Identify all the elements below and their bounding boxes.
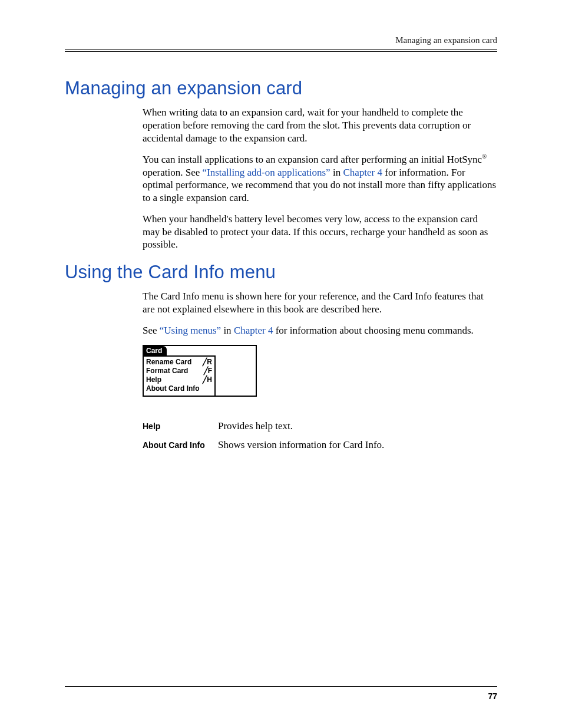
def-desc: Shows version information for Card Info.	[218, 439, 384, 451]
header-rule	[65, 49, 497, 52]
menu-panel: Rename Card ╱R Format Card ╱F Help ╱H Ab…	[144, 355, 216, 396]
menu-item-about: About Card Info	[146, 384, 212, 393]
heading-managing: Managing an expansion card	[65, 78, 497, 99]
page: Managing an expansion card Managing an e…	[0, 0, 562, 728]
card-info-menu-screenshot: Card Rename Card ╱R Format Card ╱F Help …	[143, 345, 257, 397]
menu-item-label: Help	[146, 375, 161, 384]
para-5: See “Using menus” in Chapter 4 for infor…	[143, 324, 497, 337]
menu-tab-row: Card	[144, 346, 256, 355]
registered-mark: ®	[482, 153, 487, 160]
menu-item-shortcut: ╱R	[203, 358, 212, 367]
xref-link[interactable]: Chapter 4	[234, 325, 273, 336]
para-3: When your handheld's battery level becom…	[143, 213, 497, 251]
menu-item-shortcut: ╱H	[203, 375, 212, 384]
def-term: About Card Info	[143, 439, 218, 451]
def-desc: Provides help text.	[218, 420, 384, 432]
menu-tab-card: Card	[144, 346, 167, 355]
section-2-body: The Card Info menu is shown here for you…	[143, 290, 497, 458]
running-header: Managing an expansion card	[65, 35, 497, 45]
def-term: Help	[143, 420, 218, 432]
xref-link[interactable]: Chapter 4	[343, 167, 382, 178]
menu-item-help: Help ╱H	[146, 375, 212, 384]
menu-item-label: Format Card	[146, 367, 188, 375]
para-1: When writing data to an expansion card, …	[143, 106, 497, 144]
para-4: The Card Info menu is shown here for you…	[143, 290, 497, 316]
menu-item-format: Format Card ╱F	[146, 367, 212, 375]
menu-item-shortcut: ╱F	[204, 367, 212, 375]
para-2: You can install applications to an expan…	[143, 153, 497, 205]
menu-item-label: Rename Card	[146, 358, 191, 367]
menu-item-label: About Card Info	[146, 384, 200, 393]
section-1-body: When writing data to an expansion card, …	[143, 106, 497, 251]
definitions-table: Help Provides help text. About Card Info…	[143, 413, 384, 458]
xref-link[interactable]: “Installing add-on applications”	[203, 167, 330, 178]
footer-rule	[65, 686, 497, 687]
heading-using-card-info: Using the Card Info menu	[65, 262, 497, 283]
def-row-about: About Card Info Shows version informatio…	[143, 439, 384, 451]
page-number: 77	[488, 691, 497, 701]
def-row-help: Help Provides help text.	[143, 420, 384, 432]
xref-link[interactable]: “Using menus”	[160, 325, 221, 336]
menu-item-rename: Rename Card ╱R	[146, 358, 212, 367]
